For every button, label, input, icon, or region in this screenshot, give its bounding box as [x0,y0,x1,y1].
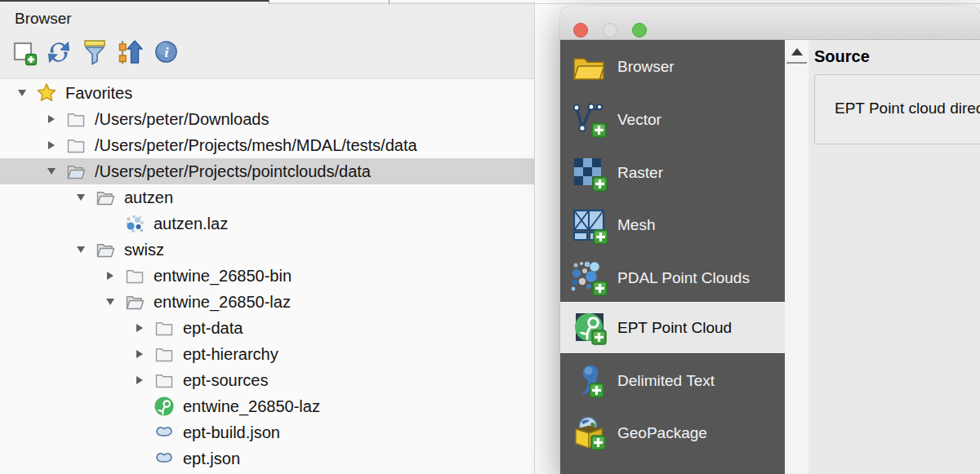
sidebar-item-label: GeoPackage [617,424,707,442]
tree-item-entwine-26850-laz[interactable]: entwine_26850-laz [0,393,534,419]
sidebar-item-label: Raster [617,164,663,182]
tree-item-swisz[interactable]: swisz [0,237,534,263]
star-icon [36,82,57,104]
sidebar-item-vector[interactable]: Vector [560,101,785,139]
source-panel: Source EPT Point cloud directory [808,40,980,474]
svg-text:i: i [164,44,168,60]
tree-item-autzen[interactable]: autzen [0,184,534,210]
folder-icon [65,135,87,156]
tree-item-label: ept-build.json [183,423,280,442]
sidebar-item-label: Browser [617,58,675,76]
properties-widget-button[interactable]: i [151,36,180,70]
expander-right-icon[interactable] [131,350,149,358]
tree-item-label: Favorites [65,84,132,103]
tree-item-users-peter-downloads[interactable]: /Users/peter/Downloads [0,106,534,132]
expander-right-icon[interactable] [131,376,149,384]
sidebar-item-label: Mesh [617,216,655,234]
tree-item-autzen-laz[interactable]: autzen.laz [0,210,534,237]
expander-down-icon[interactable] [72,246,90,253]
tree-item-label: autzen [124,188,173,207]
tree-item-ept-sources[interactable]: ept-sources [0,367,534,393]
folder-icon [154,317,175,339]
filter-browser-button[interactable] [80,36,109,70]
scroll-strip-divider [786,62,807,64]
folder-open-icon [124,291,145,312]
sidebar-item-pdal-point-clouds[interactable]: PDAL Point Clouds [560,259,785,297]
info-icon: i [154,39,179,67]
tree-item-label: /Users/peter/Projects/mesh/MDAL/tests/da… [95,136,417,155]
tree-item-ept-build-json[interactable]: ept-build.json [0,419,534,445]
point-cloud-icon [124,213,145,234]
sidebar-scroll-strip [785,40,808,474]
sidebar-item-delimited-text[interactable]: Delimited Text [560,362,785,400]
collapse-all-button[interactable] [116,36,145,70]
expander-right-icon[interactable] [101,272,119,280]
ept-icon [154,396,175,417]
tree-item-label: entwine_26850-laz [183,397,320,416]
top-border-line [270,3,980,4]
filter-icon [82,38,108,69]
tree-item-users-peter-projects-pointclouds-data[interactable]: /Users/peter/Projects/pointclouds/data [0,158,534,184]
sidebar-item-ept-point-cloud[interactable]: EPT Point Cloud [560,302,785,354]
zoom-button[interactable] [632,23,647,38]
sidebar-item-geopackage[interactable]: GeoPackage [560,414,785,452]
browser-folder-icon [570,48,608,86]
vector-icon [570,101,608,139]
screen: Browser [0,0,980,474]
add-layer-icon [12,38,38,69]
panel-title: Browser [15,10,72,28]
expander-down-icon[interactable] [13,90,31,96]
tree-item-label: ept-sources [183,371,269,390]
folder-open-icon [95,239,116,260]
tree-item-ept-data[interactable]: ept-data [0,315,534,341]
close-button[interactable] [573,23,588,38]
tree-item-label: entwine_26850-bin [154,267,292,286]
add-selected-layers-button[interactable] [10,36,39,70]
sidebar-item-browser[interactable]: Browser [560,48,785,86]
tree-item-label: /Users/peter/Projects/pointclouds/data [95,162,371,181]
expander-down-icon[interactable] [72,194,90,201]
source-field-label: EPT Point cloud directory [835,100,980,117]
data-source-manager-dialog: BrowserVectorRasterMeshPDAL Point Clouds… [560,7,980,474]
tree-item-users-peter-projects-mesh-mdal-tests-data[interactable]: /Users/peter/Projects/mesh/MDAL/tests/da… [0,132,534,158]
minimize-button[interactable] [603,23,617,38]
sidebar-item-label: Vector [617,111,662,129]
tree-item-ept-json[interactable]: ept.json [0,445,534,472]
scroll-up-icon[interactable] [791,48,803,55]
sidebar-item-label: Delimited Text [617,372,715,390]
sidebar-item-partial[interactable] [560,463,785,474]
browser-tree: Favorites/Users/peter/Downloads/Users/pe… [0,80,534,472]
sidebar-item-label: PDAL Point Clouds [617,269,750,287]
refresh-button[interactable] [44,36,74,70]
expander-down-icon[interactable] [101,299,119,305]
tree-item-label: ept.json [183,450,240,468]
folder-open-icon [95,187,116,208]
expander-right-icon[interactable] [42,141,60,149]
browser-panel: Browser [0,2,535,474]
json-icon [154,422,175,443]
partial-icon [570,463,608,474]
source-type-sidebar: BrowserVectorRasterMeshPDAL Point Clouds… [560,40,785,474]
tree-item-favorites[interactable]: Favorites [0,80,534,106]
dialog-titlebar[interactable] [560,7,980,40]
tree-item-ept-hierarchy[interactable]: ept-hierarchy [0,341,534,367]
tree-item-entwine-26850-laz[interactable]: entwine_26850-laz [0,289,534,315]
json-icon [154,448,175,469]
expander-right-icon[interactable] [42,115,60,123]
top-divider-tick [389,0,390,4]
tree-item-label: autzen.laz [154,215,228,233]
tree-item-entwine-26850-bin[interactable]: entwine_26850-bin [0,263,534,289]
sidebar-item-raster[interactable]: Raster [560,154,785,192]
geopackage-icon [570,414,608,452]
sidebar-item-mesh[interactable]: Mesh [560,206,785,244]
tree-item-label: entwine_26850-laz [154,293,291,312]
dialog-body: BrowserVectorRasterMeshPDAL Point Clouds… [560,40,980,474]
sidebar-item-label: EPT Point Cloud [617,319,732,337]
pdal-icon [570,259,608,297]
top-border-segment [0,0,270,2]
folder-icon [154,343,175,365]
expander-right-icon[interactable] [131,324,149,332]
expander-down-icon[interactable] [42,168,60,175]
folder-open-blue-icon [65,161,87,182]
folder-icon [124,265,145,286]
